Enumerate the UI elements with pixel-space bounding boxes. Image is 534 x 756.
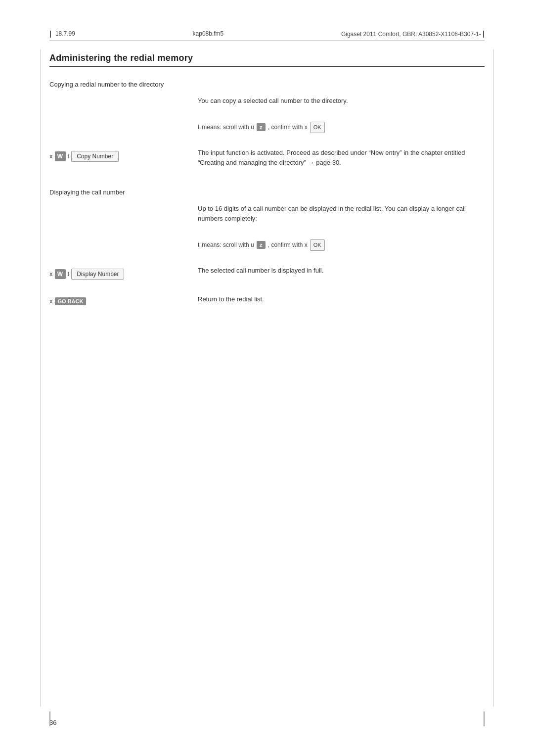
footer-right-line — [484, 711, 485, 726]
section2-means-text: means: scroll with u — [202, 240, 254, 249]
section1-left-intro — [49, 96, 198, 112]
margin-line-right — [493, 49, 493, 707]
section2-kbd-w: W — [55, 269, 66, 279]
section1-content-row: You can copy a selected call number to t… — [49, 96, 485, 112]
section2-kbd-row-wrapper: x W t Display Number The selected call n… — [49, 266, 485, 284]
section2-display-number-button[interactable]: Display Number — [71, 269, 124, 280]
section2-ok-box: OK — [310, 239, 325, 251]
section1-kbd-left: x W t Copy Number — [49, 148, 198, 174]
section1-ok-box: OK — [310, 122, 325, 133]
section1-instruct-line: t means: scroll with u z , confirm with … — [198, 122, 485, 133]
header-pipe-right: | — [483, 30, 485, 38]
footer: 36 — [49, 719, 485, 726]
margin-line-left — [41, 49, 41, 707]
section1-heading: Copying a redial number to the directory — [49, 81, 485, 88]
section2-goback-x: x — [49, 297, 53, 305]
section2-instruction-row: t means: scroll with u z , confirm with … — [49, 239, 485, 256]
header-left: | 18.7.99 — [49, 30, 75, 38]
page-container: | 18.7.99 kap08b.fm5 Gigaset 2011 Comfor… — [0, 0, 534, 756]
header-bar: | 18.7.99 kap08b.fm5 Gigaset 2011 Comfor… — [49, 30, 485, 38]
footer-left-line — [49, 711, 50, 726]
section2-intro-row: Up to 16 digits of a call number can be … — [49, 204, 485, 230]
section2-selected-text: The selected call number is displayed in… — [198, 266, 485, 276]
section1-intro-body: You can copy a selected call number to t… — [198, 96, 485, 106]
section2-selected-right: The selected call number is displayed in… — [198, 266, 485, 284]
section2-left-empty — [49, 239, 198, 256]
header-divider — [49, 41, 485, 41]
section1-instruction-row: t means: scroll with u z , confirm with … — [49, 122, 485, 138]
section2-intro-text: Up to 16 digits of a call number can be … — [198, 204, 485, 230]
section1-kbd-x: x — [49, 152, 53, 160]
page-number: 36 — [49, 719, 56, 726]
section1-follow-right: The input function is activated. Proceed… — [198, 148, 485, 174]
go-back-button[interactable]: GO BACK — [55, 297, 87, 305]
title-divider — [49, 66, 485, 67]
header-pipe-left: | — [49, 30, 51, 38]
section2-z-box: z — [257, 241, 266, 249]
header-filename: kap08b.fm5 — [193, 30, 224, 37]
section2-goback-kbd-row: x GO BACK — [49, 297, 188, 305]
section1-kbd-row: x W t Copy Number — [49, 151, 188, 162]
header-product: Gigaset 2011 Comfort, GBR: A30852-X1106-… — [341, 30, 485, 38]
section2-goback-text: Return to the redial list. — [198, 294, 485, 310]
section1-kbd-t: t — [68, 152, 70, 160]
section1-intro-text: You can copy a selected call number to t… — [198, 96, 485, 112]
section1-left-empty — [49, 122, 198, 138]
section2-intro-body: Up to 16 digits of a call number can be … — [198, 204, 485, 224]
section2-t-symbol: t — [198, 240, 199, 249]
section2-instruct-line: t means: scroll with u z , confirm with … — [198, 239, 485, 251]
section2-left-intro — [49, 204, 198, 230]
section2-kbd-x: x — [49, 270, 53, 278]
page-title: Administering the redial memory — [49, 53, 485, 63]
section-copy: Copying a redial number to the directory… — [49, 81, 485, 174]
section2-instruct: t means: scroll with u z , confirm with … — [198, 239, 485, 256]
section2-goback-row: x GO BACK Return to the redial list. — [49, 294, 485, 310]
section1-kbd-w: W — [55, 151, 66, 161]
section1-kbd-row-wrapper: x W t Copy Number The input function is … — [49, 148, 485, 174]
section2-kbd-row: x W t Display Number — [49, 269, 188, 280]
section1-confirm-text: , confirm with x — [268, 123, 308, 132]
section2-kbd-left: x W t Display Number — [49, 266, 198, 284]
section1-z-box: z — [257, 123, 266, 131]
section1-means-text: means: scroll with u — [202, 123, 254, 132]
section1-copy-number-button[interactable]: Copy Number — [71, 151, 119, 162]
section2-goback-follow: Return to the redial list. — [198, 294, 485, 304]
section-display: Displaying the call number Up to 16 digi… — [49, 189, 485, 310]
section1-follow-text: The input function is activated. Proceed… — [198, 148, 485, 168]
section1-instruct: t means: scroll with u z , confirm with … — [198, 122, 485, 138]
header-date: 18.7.99 — [55, 30, 75, 37]
section2-confirm-text: , confirm with x — [268, 240, 308, 249]
section1-t-symbol: t — [198, 123, 199, 132]
section2-heading: Displaying the call number — [49, 189, 485, 196]
section2-kbd-t: t — [68, 270, 70, 278]
section2-goback-left: x GO BACK — [49, 294, 198, 310]
